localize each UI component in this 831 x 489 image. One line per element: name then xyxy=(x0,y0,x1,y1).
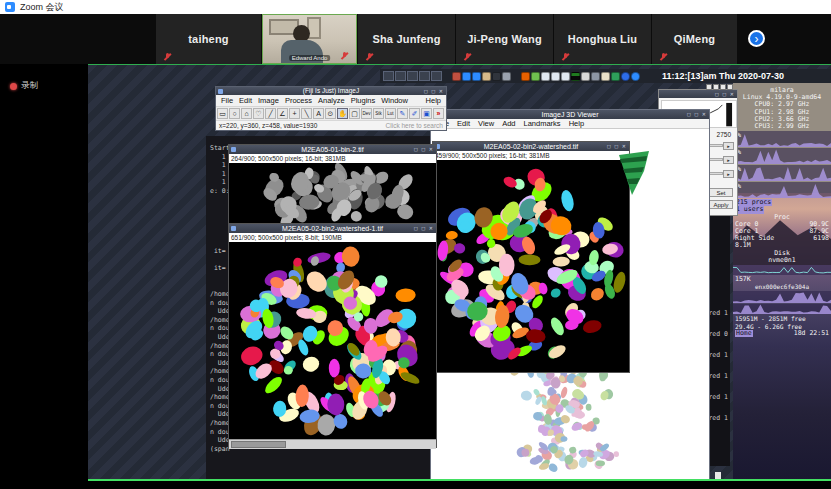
slice-scrollbar[interactable] xyxy=(229,439,436,449)
window-list-button[interactable] xyxy=(419,71,430,81)
text-tool-icon[interactable]: A xyxy=(313,108,324,119)
scrollbar-thumb[interactable] xyxy=(231,441,286,448)
participant-tile-qimeng[interactable]: QiMeng xyxy=(652,14,737,64)
participant-video-tile[interactable]: Edward Ando xyxy=(262,14,357,64)
oval-tool-icon[interactable]: ○ xyxy=(229,108,240,119)
more-tools-icon[interactable]: » xyxy=(433,108,444,119)
magnifier-tool-icon[interactable]: ⊙ xyxy=(325,108,336,119)
camera-app-icon[interactable] xyxy=(492,72,501,81)
window-list-button[interactable] xyxy=(407,71,418,81)
window-list-button[interactable] xyxy=(395,71,406,81)
menu-landmarks[interactable]: Landmarks xyxy=(520,119,565,128)
fiji-icon[interactable] xyxy=(551,72,560,81)
polygon-tool-icon[interactable]: ⌂ xyxy=(241,108,252,119)
clipboard-icon[interactable] xyxy=(601,72,610,81)
point-tool-icon[interactable]: + xyxy=(289,108,300,119)
menu-process[interactable]: Process xyxy=(282,96,315,105)
chevron-right-icon: › xyxy=(755,33,759,45)
recording-indicator[interactable]: 录制 xyxy=(10,80,38,92)
menu-edit[interactable]: Edit xyxy=(453,119,474,128)
blue-app-icon[interactable] xyxy=(472,72,481,81)
apply-button[interactable]: Apply xyxy=(709,200,733,209)
window-list-button[interactable] xyxy=(431,71,442,81)
image-window-grayscale: M2EA05-01-bin-2.tif ◻ ◻ ✕ 264/900; 500x5… xyxy=(228,144,437,231)
dev-menu-tool-icon[interactable]: Dev xyxy=(361,108,372,119)
terminal-left-output: Start 1 1 1 1 e: 0: it= it= /home n dou … xyxy=(210,144,230,453)
slider-arrow-button[interactable]: ▸ xyxy=(723,142,734,150)
window-titlebar[interactable]: M2EA05-02-bin2-watershed.tif ◻ ◻ ✕ xyxy=(433,142,629,151)
image-info-bar: 264/900; 500x500 pixels; 16-bit; 381MB xyxy=(229,154,436,163)
lut-menu-tool-icon[interactable]: Lut xyxy=(385,108,396,119)
image-canvas[interactable] xyxy=(433,160,629,372)
participant-tile-honghua-liu[interactable]: Honghua Liu xyxy=(554,14,651,64)
search-hint[interactable]: Click here to search xyxy=(386,122,443,129)
window-titlebar[interactable]: M2EA05-02-bin2-watershed-1.tif ◻ ◻ ✕ xyxy=(229,224,436,233)
zoom-tray-icon[interactable] xyxy=(631,72,640,81)
window-titlebar[interactable]: ImageJ 3D Viewer ◻ ◻ ✕ xyxy=(431,110,709,119)
rectangle-tool-icon[interactable]: ▭ xyxy=(217,108,228,119)
participant-tile-sha-junfeng[interactable]: Sha Junfeng xyxy=(358,14,455,64)
image-canvas[interactable] xyxy=(229,163,436,232)
set-button[interactable]: Set xyxy=(709,188,733,197)
line-tool-icon[interactable]: ╱ xyxy=(265,108,276,119)
cursor-position-readout: x=220, y=360, z=458, value=1930 xyxy=(219,122,317,129)
volume-icon[interactable] xyxy=(581,72,590,81)
fiji-icon[interactable] xyxy=(541,72,550,81)
rectangle2-tool-icon[interactable]: ▢ xyxy=(349,108,360,119)
wand-tool-icon[interactable]: ╲ xyxy=(301,108,312,119)
app-launcher-icon[interactable] xyxy=(452,72,461,81)
menu-edit[interactable]: Edit xyxy=(236,96,255,105)
window-controls-icons[interactable]: ◻ ◻ ✕ xyxy=(715,90,735,99)
bluetooth-icon[interactable] xyxy=(621,72,630,81)
participant-tile-jipeng-wang[interactable]: Ji-Peng Wang xyxy=(456,14,553,64)
menu-add[interactable]: Add xyxy=(498,119,519,128)
slider-arrow-button[interactable]: ▸ xyxy=(723,156,734,164)
shared-screen: milara Linux 4.19.0-9-amd64 CPU0: 2.97 G… xyxy=(88,64,831,481)
window-titlebar[interactable]: M2EA05-01-bin-2.tif ◻ ◻ ✕ xyxy=(229,145,436,154)
window-controls-icons[interactable]: ◻ ◻ ✕ xyxy=(687,110,707,119)
menu-view[interactable]: View xyxy=(474,119,498,128)
menu-window[interactable]: Window xyxy=(378,96,411,105)
slider-arrow-button[interactable]: ▸ xyxy=(723,170,734,178)
menu-image[interactable]: Image xyxy=(255,96,282,105)
menu-analyze[interactable]: Analyze xyxy=(315,96,348,105)
firefox-icon[interactable] xyxy=(521,72,530,81)
freehand-tool-icon[interactable]: ♡ xyxy=(253,108,264,119)
dialog-titlebar[interactable]: ◻ ◻ ✕ xyxy=(659,90,737,98)
network-signal-icon[interactable] xyxy=(591,72,600,81)
window-list-button[interactable] xyxy=(383,71,394,81)
menu-help[interactable]: Help xyxy=(423,96,444,105)
participants-next-button[interactable]: › xyxy=(748,30,765,47)
document-icon[interactable] xyxy=(531,72,540,81)
workspace-pager[interactable] xyxy=(706,84,733,90)
editor-app-icon[interactable] xyxy=(502,72,511,81)
brush-tool-icon[interactable]: ✐ xyxy=(409,108,420,119)
angle-tool-icon[interactable]: ∠ xyxy=(277,108,288,119)
folder-icon[interactable] xyxy=(482,72,491,81)
image-canvas[interactable] xyxy=(229,242,436,439)
mic-muted-icon xyxy=(365,52,374,61)
window-controls-icons[interactable]: ◻ ◻ ✕ xyxy=(424,87,444,95)
window-controls-icons[interactable]: ◻ ◻ ✕ xyxy=(414,145,434,154)
window-title: ImageJ 3D Viewer xyxy=(541,111,598,118)
conky-disk-device: nvme0n1 xyxy=(733,257,831,264)
participant-tile-taiheng[interactable]: taiheng xyxy=(156,14,261,64)
fiji-icon[interactable] xyxy=(561,72,570,81)
blue-app-icon[interactable] xyxy=(462,72,471,81)
stacks-menu-tool-icon[interactable]: Stk xyxy=(373,108,384,119)
image-window-watershed-1: M2EA05-02-bin2-watershed-1.tif ◻ ◻ ✕ 651… xyxy=(228,223,437,448)
fill-tool-icon[interactable]: ▣ xyxy=(421,108,432,119)
window-icon xyxy=(218,89,223,94)
pencil-tool-icon[interactable]: ✎ xyxy=(397,108,408,119)
menu-help[interactable]: Help xyxy=(565,119,588,128)
recycle-icon[interactable] xyxy=(611,72,620,81)
mic-muted-icon xyxy=(340,51,349,60)
hand-tool-icon[interactable]: ✋ xyxy=(337,108,348,119)
menu-file[interactable]: File xyxy=(218,96,236,105)
conky-system-monitor: milara Linux 4.19.0-9-amd64 CPU0: 2.97 G… xyxy=(733,73,831,481)
window-controls-icons[interactable]: ◻ ◻ ✕ xyxy=(414,224,434,233)
window-titlebar[interactable]: (Fiji Is Just) ImageJ ◻ ◻ ✕ xyxy=(216,87,446,95)
screen-capture-icon[interactable] xyxy=(571,72,580,81)
panel-clock[interactable]: 11:12:[13]am Thu 2020-07-30 xyxy=(662,71,784,81)
menu-plugins[interactable]: Plugins xyxy=(348,96,379,105)
